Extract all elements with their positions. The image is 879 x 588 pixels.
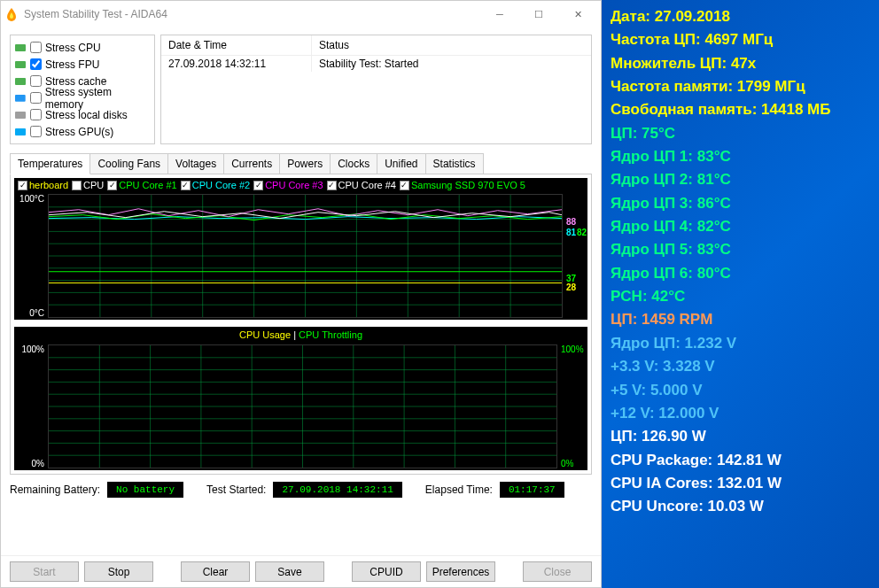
sensor-line: Ядро ЦП 5: 83°C [611, 238, 870, 261]
sensor-line: +5 V: 5.000 V [611, 379, 870, 402]
start-button[interactable]: Start [10, 561, 79, 582]
legend-item[interactable]: ✓CPU Core #4 [327, 180, 396, 190]
stress-checkbox[interactable] [30, 92, 42, 104]
window-title: System Stability Test - AIDA64 [24, 8, 167, 20]
legend-checkbox[interactable]: ✓ [253, 181, 263, 190]
temp-axis-bot: 0°C [29, 308, 44, 318]
stress-label: Stress CPU [45, 42, 101, 54]
clear-button[interactable]: Clear [181, 561, 250, 582]
sensor-line: Свободная память: 14418 МБ [611, 98, 870, 121]
legend-label: CPU Core #2 [192, 180, 250, 190]
sensor-value: 27.09.2018 [655, 8, 730, 25]
close-button[interactable]: ✕ [558, 2, 597, 27]
stress-checkbox[interactable] [30, 126, 42, 137]
sensor-line: ЦП: 126.90 W [611, 425, 870, 448]
tab-clocks[interactable]: Clocks [330, 153, 377, 174]
sensor-value: 80°C [697, 265, 731, 282]
temperature-chart: ✓herboardCPU✓CPU Core #1✓CPU Core #2✓CPU… [14, 178, 587, 320]
battery-label: Remaining Battery: [10, 484, 100, 496]
tab-statistics[interactable]: Statistics [425, 153, 484, 174]
tab-currents[interactable]: Currents [223, 153, 280, 174]
sensor-key: CPU Package: [611, 452, 712, 468]
tab-unified[interactable]: Unified [377, 153, 425, 174]
stress-checkbox[interactable] [30, 58, 42, 70]
legend-item[interactable]: ✓Samsung SSD 970 EVO 5 [400, 180, 525, 190]
maximize-button[interactable]: ☐ [519, 2, 558, 27]
log-datetime: 27.09.2018 14:32:11 [161, 56, 312, 72]
sensor-line: +12 V: 12.000 V [611, 402, 870, 425]
tabs: TemperaturesCooling FansVoltagesCurrents… [10, 153, 592, 174]
legend-checkbox[interactable] [72, 181, 82, 190]
sensor-key: Частота ЦП: [611, 31, 701, 48]
temp-chart-body [48, 194, 563, 318]
legend-checkbox[interactable]: ✓ [327, 181, 337, 190]
elapsed-label: Elapsed Time: [425, 484, 493, 496]
cpuid-button[interactable]: CPUID [352, 561, 421, 582]
sensor-key: Ядро ЦП 5: [611, 241, 693, 258]
sensor-key: Ядро ЦП 2: [611, 171, 693, 188]
legend-label: CPU [83, 180, 104, 190]
usage-chart: CPU Usage | CPU Throttling 100% 0% [14, 327, 587, 470]
stress-label: Stress system memory [45, 86, 151, 111]
tab-powers[interactable]: Powers [279, 153, 331, 174]
legend-item[interactable]: ✓CPU Core #3 [253, 180, 323, 190]
temp-value-label: 28 [566, 282, 576, 292]
legend-checkbox[interactable]: ✓ [18, 181, 27, 190]
usage-left-top: 100% [21, 344, 44, 354]
sensor-value: 86°C [697, 195, 731, 212]
stress-checkbox[interactable] [30, 42, 42, 53]
tab-cooling-fans[interactable]: Cooling Fans [89, 153, 168, 174]
legend-checkbox[interactable]: ✓ [181, 181, 191, 190]
sensor-value: 82°C [697, 218, 731, 235]
sensor-key: Свободная память: [611, 101, 757, 118]
legend-label: CPU Core #4 [338, 180, 396, 190]
sensor-value: 142.81 W [717, 452, 782, 468]
log-header-datetime[interactable]: Date & Time [161, 35, 312, 55]
sensor-value: 3.328 V [663, 358, 715, 375]
sensor-key: Ядро ЦП: [611, 335, 681, 352]
device-icon [14, 59, 27, 70]
usage-chart-title: CPU Usage | CPU Throttling [14, 327, 587, 343]
legend-item[interactable]: ✓CPU Core #1 [107, 180, 176, 190]
close-dialog-button[interactable]: Close [523, 561, 592, 582]
sensor-line: CPU Uncore: 10.03 W [611, 495, 870, 518]
legend-label: CPU Core #3 [265, 180, 323, 190]
stress-option-5[interactable]: Stress GPU(s) [14, 123, 151, 140]
sensor-value: 126.90 W [642, 428, 706, 445]
sensor-overlay-panel: Дата: 27.09.2018Частота ЦП: 4697 МГцМнож… [602, 0, 879, 588]
tab-voltages[interactable]: Voltages [167, 153, 224, 174]
device-icon [14, 76, 27, 87]
sensor-key: Множитель ЦП: [611, 55, 727, 72]
temp-axis-top: 100°C [19, 194, 44, 204]
sensor-value: 81°C [697, 171, 731, 188]
stress-option-0[interactable]: Stress CPU [14, 39, 151, 56]
sensor-key: Ядро ЦП 1: [611, 148, 693, 165]
preferences-button[interactable]: Preferences [426, 561, 495, 582]
legend-item[interactable]: CPU [72, 180, 104, 190]
sensor-key: Дата: [611, 8, 650, 25]
legend-checkbox[interactable]: ✓ [107, 181, 117, 190]
tab-temperatures[interactable]: Temperatures [10, 153, 90, 174]
sensor-line: ЦП: 75°C [611, 122, 870, 145]
temp-value-label: 88 [566, 217, 576, 227]
log-header-status[interactable]: Status [312, 35, 356, 55]
sensor-line: Ядро ЦП 4: 82°C [611, 215, 870, 238]
sensor-line: Ядро ЦП 6: 80°C [611, 262, 870, 285]
stress-checkbox[interactable] [30, 109, 42, 120]
save-button[interactable]: Save [255, 561, 324, 582]
sensor-key: Ядро ЦП 6: [611, 265, 693, 282]
stress-option-3[interactable]: Stress system memory [14, 89, 151, 106]
device-icon [14, 93, 27, 104]
stress-option-1[interactable]: Stress FPU [14, 56, 151, 73]
legend-checkbox[interactable]: ✓ [400, 181, 409, 190]
stress-checkbox[interactable] [30, 75, 42, 87]
legend-item[interactable]: ✓CPU Core #2 [181, 180, 250, 190]
stop-button[interactable]: Stop [84, 561, 153, 582]
sensor-key: CPU IA Cores: [611, 475, 713, 491]
legend-label: CPU Core #1 [119, 180, 176, 190]
minimize-button[interactable]: ─ [480, 2, 519, 27]
legend-item[interactable]: ✓herboard [18, 180, 68, 190]
stress-label: Stress local disks [45, 109, 128, 121]
sensor-key: PCH: [611, 288, 648, 305]
log-row[interactable]: 27.09.2018 14:32:11Stability Test: Start… [161, 56, 591, 72]
